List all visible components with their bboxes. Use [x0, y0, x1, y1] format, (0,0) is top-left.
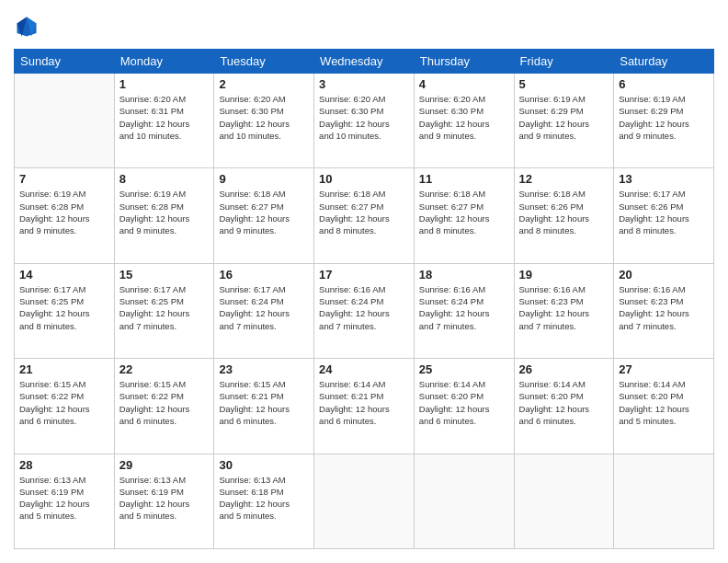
day-info: Sunrise: 6:20 AM Sunset: 6:30 PM Dayligh… [319, 93, 409, 142]
calendar-cell: 5Sunrise: 6:19 AM Sunset: 6:29 PM Daylig… [514, 74, 614, 168]
day-number: 8 [119, 172, 210, 186]
day-info: Sunrise: 6:15 AM Sunset: 6:22 PM Dayligh… [19, 378, 109, 427]
calendar-cell: 6Sunrise: 6:19 AM Sunset: 6:29 PM Daylig… [614, 74, 714, 168]
day-number: 17 [319, 268, 409, 282]
day-of-week-header: Saturday [614, 50, 714, 74]
calendar-cell: 13Sunrise: 6:17 AM Sunset: 6:26 PM Dayli… [614, 168, 714, 263]
day-number: 20 [619, 268, 709, 282]
calendar-cell: 25Sunrise: 6:14 AM Sunset: 6:20 PM Dayli… [414, 359, 514, 454]
logo [14, 14, 43, 40]
day-info: Sunrise: 6:18 AM Sunset: 6:27 PM Dayligh… [319, 188, 409, 236]
calendar-cell: 24Sunrise: 6:14 AM Sunset: 6:21 PM Dayli… [314, 359, 415, 454]
day-info: Sunrise: 6:17 AM Sunset: 6:24 PM Dayligh… [219, 283, 309, 332]
day-info: Sunrise: 6:16 AM Sunset: 6:23 PM Dayligh… [619, 283, 709, 332]
day-number: 13 [619, 172, 709, 186]
day-number: 15 [119, 268, 210, 282]
day-info: Sunrise: 6:14 AM Sunset: 6:20 PM Dayligh… [519, 378, 609, 427]
day-number: 11 [419, 172, 509, 186]
calendar-cell: 8Sunrise: 6:19 AM Sunset: 6:28 PM Daylig… [114, 168, 214, 263]
calendar-cell: 21Sunrise: 6:15 AM Sunset: 6:22 PM Dayli… [15, 359, 115, 454]
calendar-week-row: 1Sunrise: 6:20 AM Sunset: 6:31 PM Daylig… [15, 74, 714, 168]
day-number: 27 [619, 362, 709, 376]
calendar-cell: 10Sunrise: 6:18 AM Sunset: 6:27 PM Dayli… [314, 168, 415, 263]
day-number: 22 [119, 362, 210, 376]
calendar-cell: 9Sunrise: 6:18 AM Sunset: 6:27 PM Daylig… [214, 168, 314, 263]
calendar-week-row: 14Sunrise: 6:17 AM Sunset: 6:25 PM Dayli… [15, 263, 714, 358]
day-number: 1 [119, 77, 210, 91]
calendar-cell [414, 454, 514, 548]
day-number: 12 [519, 172, 609, 186]
day-number: 4 [419, 77, 509, 91]
day-number: 5 [519, 77, 609, 91]
calendar-cell: 4Sunrise: 6:20 AM Sunset: 6:30 PM Daylig… [414, 74, 514, 168]
day-of-week-header: Tuesday [214, 50, 314, 74]
calendar-cell: 11Sunrise: 6:18 AM Sunset: 6:27 PM Dayli… [414, 168, 514, 263]
day-info: Sunrise: 6:17 AM Sunset: 6:25 PM Dayligh… [119, 283, 210, 332]
logo-icon [14, 14, 40, 40]
day-info: Sunrise: 6:17 AM Sunset: 6:26 PM Dayligh… [619, 188, 709, 236]
day-info: Sunrise: 6:19 AM Sunset: 6:28 PM Dayligh… [19, 188, 109, 236]
day-info: Sunrise: 6:17 AM Sunset: 6:25 PM Dayligh… [19, 283, 109, 332]
calendar-cell [514, 454, 614, 548]
day-info: Sunrise: 6:18 AM Sunset: 6:26 PM Dayligh… [519, 188, 609, 236]
calendar-week-row: 7Sunrise: 6:19 AM Sunset: 6:28 PM Daylig… [15, 168, 714, 263]
day-info: Sunrise: 6:14 AM Sunset: 6:20 PM Dayligh… [419, 378, 509, 427]
day-info: Sunrise: 6:20 AM Sunset: 6:31 PM Dayligh… [119, 93, 210, 142]
day-number: 16 [219, 268, 309, 282]
day-of-week-header: Wednesday [314, 50, 415, 74]
day-info: Sunrise: 6:13 AM Sunset: 6:19 PM Dayligh… [19, 474, 109, 523]
day-number: 24 [319, 362, 409, 376]
day-info: Sunrise: 6:18 AM Sunset: 6:27 PM Dayligh… [419, 188, 509, 236]
calendar-cell: 14Sunrise: 6:17 AM Sunset: 6:25 PM Dayli… [15, 263, 115, 358]
day-info: Sunrise: 6:20 AM Sunset: 6:30 PM Dayligh… [419, 93, 509, 142]
day-info: Sunrise: 6:16 AM Sunset: 6:23 PM Dayligh… [519, 283, 609, 332]
calendar-cell: 3Sunrise: 6:20 AM Sunset: 6:30 PM Daylig… [314, 74, 415, 168]
calendar-week-row: 28Sunrise: 6:13 AM Sunset: 6:19 PM Dayli… [15, 454, 714, 548]
day-number: 28 [19, 458, 109, 472]
day-number: 6 [619, 77, 709, 91]
calendar-cell [314, 454, 415, 548]
day-of-week-header: Monday [114, 50, 214, 74]
calendar-cell: 1Sunrise: 6:20 AM Sunset: 6:31 PM Daylig… [114, 74, 214, 168]
calendar-cell: 29Sunrise: 6:13 AM Sunset: 6:19 PM Dayli… [114, 454, 214, 548]
day-of-week-header: Sunday [15, 50, 115, 74]
calendar-cell: 19Sunrise: 6:16 AM Sunset: 6:23 PM Dayli… [514, 263, 614, 358]
day-info: Sunrise: 6:14 AM Sunset: 6:21 PM Dayligh… [319, 378, 409, 427]
calendar-cell: 30Sunrise: 6:13 AM Sunset: 6:18 PM Dayli… [214, 454, 314, 548]
header [14, 14, 714, 40]
day-number: 2 [219, 77, 309, 91]
day-number: 10 [319, 172, 409, 186]
day-info: Sunrise: 6:16 AM Sunset: 6:24 PM Dayligh… [319, 283, 409, 332]
calendar-cell: 23Sunrise: 6:15 AM Sunset: 6:21 PM Dayli… [214, 359, 314, 454]
day-number: 21 [19, 362, 109, 376]
calendar-cell: 26Sunrise: 6:14 AM Sunset: 6:20 PM Dayli… [514, 359, 614, 454]
calendar-header-row: SundayMondayTuesdayWednesdayThursdayFrid… [15, 50, 714, 74]
calendar-cell: 18Sunrise: 6:16 AM Sunset: 6:24 PM Dayli… [414, 263, 514, 358]
day-info: Sunrise: 6:14 AM Sunset: 6:20 PM Dayligh… [619, 378, 709, 427]
calendar-cell: 2Sunrise: 6:20 AM Sunset: 6:30 PM Daylig… [214, 74, 314, 168]
day-number: 26 [519, 362, 609, 376]
day-info: Sunrise: 6:19 AM Sunset: 6:28 PM Dayligh… [119, 188, 210, 236]
day-number: 3 [319, 77, 409, 91]
page: SundayMondayTuesdayWednesdayThursdayFrid… [0, 0, 728, 563]
calendar-cell [15, 74, 115, 168]
day-of-week-header: Thursday [414, 50, 514, 74]
day-of-week-header: Friday [514, 50, 614, 74]
day-number: 9 [219, 172, 309, 186]
calendar-cell: 12Sunrise: 6:18 AM Sunset: 6:26 PM Dayli… [514, 168, 614, 263]
day-info: Sunrise: 6:16 AM Sunset: 6:24 PM Dayligh… [419, 283, 509, 332]
calendar-cell: 15Sunrise: 6:17 AM Sunset: 6:25 PM Dayli… [114, 263, 214, 358]
day-number: 18 [419, 268, 509, 282]
day-info: Sunrise: 6:15 AM Sunset: 6:21 PM Dayligh… [219, 378, 309, 427]
calendar-cell: 7Sunrise: 6:19 AM Sunset: 6:28 PM Daylig… [15, 168, 115, 263]
calendar-cell: 20Sunrise: 6:16 AM Sunset: 6:23 PM Dayli… [614, 263, 714, 358]
day-number: 14 [19, 268, 109, 282]
calendar-table: SundayMondayTuesdayWednesdayThursdayFrid… [14, 49, 714, 549]
day-number: 7 [19, 172, 109, 186]
day-number: 19 [519, 268, 609, 282]
calendar-cell: 16Sunrise: 6:17 AM Sunset: 6:24 PM Dayli… [214, 263, 314, 358]
day-info: Sunrise: 6:15 AM Sunset: 6:22 PM Dayligh… [119, 378, 210, 427]
day-info: Sunrise: 6:18 AM Sunset: 6:27 PM Dayligh… [219, 188, 309, 236]
calendar-cell: 27Sunrise: 6:14 AM Sunset: 6:20 PM Dayli… [614, 359, 714, 454]
day-info: Sunrise: 6:20 AM Sunset: 6:30 PM Dayligh… [219, 93, 309, 142]
